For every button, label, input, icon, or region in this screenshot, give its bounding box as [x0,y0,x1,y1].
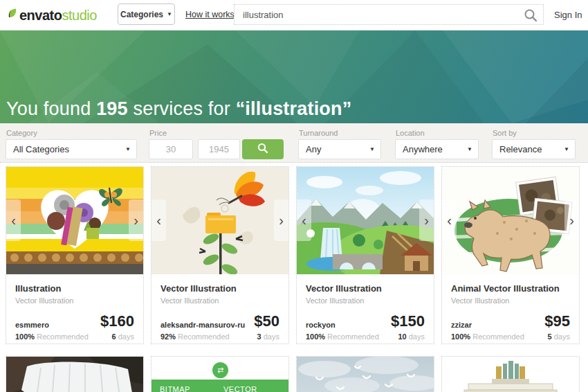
carousel-next-icon[interactable]: › [129,199,143,241]
service-card[interactable]: ‹ › Vector Illustration Vector Illustrat… [296,166,434,344]
carousel-prev-icon[interactable]: ‹ [297,199,311,241]
carousel-next-icon[interactable]: › [274,199,288,241]
service-category: Vector Illustration [160,296,219,305]
search-icon [257,143,268,156]
service-title[interactable]: Vector Illustration [306,283,382,294]
service-title[interactable]: Vector Illustration [160,283,237,294]
service-thumbnail-landscape[interactable]: ‹ › [297,167,434,274]
service-card[interactable] [441,356,580,392]
price-max-input[interactable] [198,139,240,159]
service-card[interactable]: ⇄ BITMAP VECTOR [151,356,289,392]
results-heading: You found 195 services for “illustration… [6,98,351,120]
search-box [234,4,544,25]
turnaround-days: 6 days [112,332,134,341]
service-thumbnail-wolf[interactable]: ‹ › [442,167,579,274]
service-price: $95 [544,312,570,330]
location-label: Location [396,129,425,137]
service-category: Vector Illustration [306,296,364,305]
chevron-down-icon: ▼ [467,146,472,152]
recommended-stat: 100% Recommended [451,332,524,341]
filter-bar: Category All Categories ▼ Price Turnarou… [0,123,588,163]
seller-name[interactable]: aleksandr-mansurov-ru [160,321,245,329]
turnaround-value: Any [306,144,321,154]
service-category: Vector Illustration [451,296,509,305]
service-price: $150 [391,312,425,330]
results-count: 195 [96,98,128,119]
categories-button[interactable]: Categories ▼ [118,3,175,25]
location-select[interactable]: Anywhere ▼ [395,139,479,159]
convert-badge-icon: ⇄ [212,362,228,378]
search-input[interactable] [235,5,522,24]
service-card[interactable]: ‹ › Illustration Vector Illustration esm… [6,166,144,344]
service-title[interactable]: Animal Vector Illustration [451,283,560,294]
sort-select[interactable]: Relevance ▼ [492,139,576,159]
service-card[interactable]: ‹ › Animal Vector Illustration Vector Il… [441,166,580,344]
sort-by-label: Sort by [493,129,517,137]
turnaround-days: 3 days [257,332,279,341]
location-value: Anywhere [403,144,443,154]
apply-filters-button[interactable] [242,139,284,159]
envato-studio-search-page: envatostudio Categories ▼ How it works S… [0,0,588,392]
chevron-down-icon: ▼ [167,11,172,17]
categories-button-label: Categories [120,10,163,19]
carousel-prev-icon[interactable]: ‹ [6,199,21,241]
bitmap-label: BITMAP [160,385,190,392]
category-label: Category [6,129,37,137]
turnaround-select[interactable]: Any ▼ [298,139,381,159]
carousel-next-icon[interactable]: › [564,199,579,241]
envato-leaf-icon [7,8,19,23]
sort-value: Relevance [499,144,542,154]
service-thumbnail-waterfall-photo[interactable] [6,357,143,392]
price-min-input[interactable] [149,139,193,159]
bitmap-vector-bar: BITMAP VECTOR [151,380,288,392]
service-thumbnail-classical-gate[interactable] [442,357,579,392]
header: envatostudio Categories ▼ How it works S… [0,0,588,30]
carousel-next-icon[interactable]: › [419,199,434,241]
service-price: $50 [254,312,279,330]
seller-name[interactable]: zzizar [451,321,472,329]
turnaround-label: Turnaround [299,129,338,137]
logo-text-studio: studio [62,8,96,24]
carousel-prev-icon[interactable]: ‹ [151,199,166,241]
vector-label: VECTOR [223,385,257,392]
recommended-stat: 100% Recommended [15,332,89,341]
envato-studio-logo[interactable]: envatostudio [7,6,97,24]
seller-name[interactable]: esmmero [15,321,49,329]
service-thumbnail-cloudy-sky[interactable] [297,357,434,392]
service-title[interactable]: Illustration [15,283,61,294]
service-price: $160 [100,312,134,330]
recommended-stat: 100% Recommended [306,332,379,341]
sign-in-link[interactable]: Sign In [554,10,582,20]
turnaround-days: 5 days [548,332,570,341]
results-query: “illustration” [236,98,352,119]
search-icon[interactable] [524,8,538,22]
service-card[interactable] [296,356,434,392]
recommended-stat: 92% Recommended [160,332,230,341]
service-thumbnail-butterfly-folder[interactable]: ‹ › [151,167,288,274]
service-card[interactable] [6,356,144,392]
logo-text-envato: envato [19,8,62,24]
service-card[interactable]: ‹ › Vector Illustration Vector Illustrat… [151,166,289,344]
price-label: Price [149,129,167,137]
category-value: All Categories [13,144,69,154]
seller-name[interactable]: rockyon [306,321,336,329]
chevron-down-icon: ▼ [564,146,569,152]
chevron-down-icon: ▼ [369,146,375,152]
service-thumbnail-bitmap-vector[interactable]: ⇄ BITMAP VECTOR [151,357,288,392]
carousel-prev-icon[interactable]: ‹ [442,199,457,241]
category-select[interactable]: All Categories ▼ [6,139,137,159]
turnaround-days: 10 days [398,332,425,341]
chevron-down-icon: ▼ [125,146,131,152]
results-banner: You found 195 services for “illustration… [0,30,588,123]
how-it-works-link[interactable]: How it works [185,10,235,19]
service-category: Vector Illustration [15,296,73,305]
service-thumbnail-patterned-heart[interactable]: ‹ › [6,167,143,274]
